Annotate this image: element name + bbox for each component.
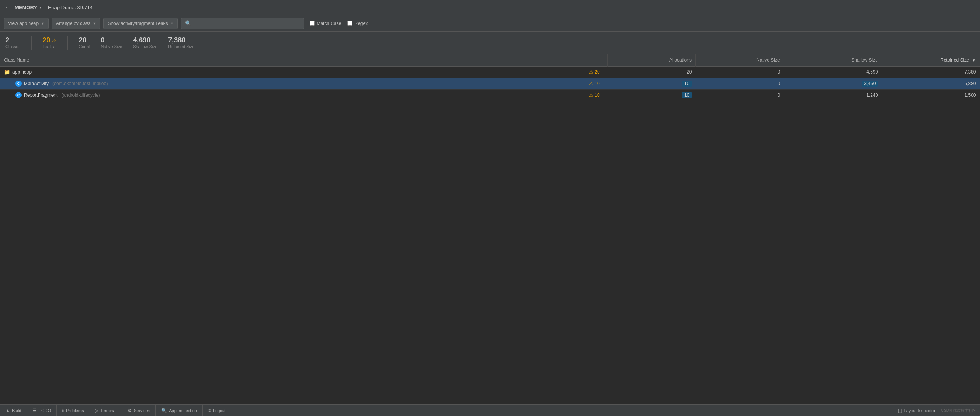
tab-services-label: Services: [134, 408, 150, 413]
table-cell-allocations: 10: [608, 89, 696, 101]
retained-size-label: Retained Size: [168, 44, 195, 49]
build-icon: ▲: [5, 408, 10, 413]
memory-dropdown-arrow[interactable]: ▼: [39, 5, 42, 10]
leaks-value: 20: [42, 36, 50, 45]
warn-badge: ⚠ 10: [589, 81, 600, 86]
regex-checkbox[interactable]: [347, 21, 352, 26]
col-header-shallowsize[interactable]: Shallow Size: [784, 54, 882, 66]
table-cell-retainedsize: 5,880: [882, 78, 980, 89]
stats-bar: 2 Classes 20 ⚠ Leaks 20 Count 0 Native S…: [0, 32, 980, 54]
tab-problems-label: Problems: [66, 408, 84, 413]
search-box[interactable]: 🔍: [181, 18, 304, 29]
app-inspection-icon: 🔍: [161, 408, 167, 413]
heap-dump-title: Heap Dump: 39.714: [48, 5, 93, 10]
class-name-text: app heap: [12, 69, 32, 75]
table-cell-name: CReportFragment(androidx.lifecycle)⚠ 10: [0, 89, 608, 101]
col-header-classname[interactable]: Class Name: [0, 54, 608, 66]
table-container: Class Name Allocations Native Size Shall…: [0, 54, 980, 404]
arrange-by-label: Arrange by class: [56, 21, 90, 26]
tab-app-inspection[interactable]: 🔍 App Inspection: [156, 405, 203, 416]
regex-label: Regex: [354, 21, 368, 26]
class-package: (androidx.lifecycle): [61, 92, 100, 98]
show-leaks-dropdown[interactable]: Show activity/fragment Leaks ▼: [103, 18, 178, 29]
retained-size-value: 7,380: [168, 36, 185, 45]
bottom-right: ◱ Layout Inspector CSDN 优质技术社区: [892, 408, 980, 413]
class-name-text: ReportFragment: [24, 92, 57, 98]
tab-logcat[interactable]: ≡ Logcat: [203, 405, 231, 416]
view-heap-dropdown[interactable]: View app heap ▼: [4, 18, 49, 29]
table-row[interactable]: CReportFragment(androidx.lifecycle)⚠ 101…: [0, 89, 980, 101]
tab-problems[interactable]: ℹ Problems: [57, 405, 89, 416]
class-icon: C: [15, 81, 22, 87]
logcat-icon: ≡: [208, 408, 211, 413]
heap-table: Class Name Allocations Native Size Shall…: [0, 54, 980, 101]
tab-layout-inspector[interactable]: ◱ Layout Inspector: [892, 408, 941, 413]
count-label: Count: [79, 44, 90, 49]
tab-build-label: Build: [12, 408, 21, 413]
class-icon: C: [15, 92, 22, 98]
stat-shallow-size: 4,690 Shallow Size: [133, 36, 157, 49]
stat-count: 20 Count: [79, 36, 90, 49]
tab-logcat-label: Logcat: [213, 408, 226, 413]
stat-divider-1: [31, 36, 32, 50]
warn-badge: ⚠ 20: [589, 69, 600, 75]
native-size-label: Native Size: [101, 44, 123, 49]
tab-todo[interactable]: ☰ TODO: [27, 405, 57, 416]
table-row[interactable]: 📁app heap⚠ 202004,6907,380: [0, 66, 980, 78]
tab-terminal[interactable]: ▷ Terminal: [89, 405, 122, 416]
classes-value: 2: [5, 36, 9, 45]
col-header-nativesize[interactable]: Native Size: [695, 54, 784, 66]
table-cell-nativesize: 0: [695, 78, 784, 89]
search-input[interactable]: [194, 21, 300, 26]
problems-icon: ℹ: [62, 408, 64, 413]
search-icon: 🔍: [185, 20, 191, 26]
bottom-bar: ▲ Build ☰ TODO ℹ Problems ▷ Terminal ⚙ S…: [0, 404, 980, 416]
sort-arrow-icon: ▼: [972, 58, 976, 62]
class-name-text: MainActivity: [24, 81, 49, 86]
table-cell-allocations: 20: [608, 66, 696, 78]
tab-layout-inspector-label: Layout Inspector: [904, 408, 935, 413]
class-package: (com.example.test_malloc): [52, 81, 108, 86]
view-heap-label: View app heap: [8, 21, 39, 26]
stat-native-size: 0 Native Size: [101, 36, 123, 49]
leaks-label: Leaks: [42, 44, 54, 49]
classes-label: Classes: [5, 44, 20, 49]
table-row[interactable]: CMainActivity(com.example.test_malloc)⚠ …: [0, 78, 980, 89]
stat-divider-2: [67, 36, 68, 50]
table-cell-shallowsize: 4,690: [784, 66, 882, 78]
tab-terminal-label: Terminal: [100, 408, 116, 413]
terminal-icon: ▷: [95, 408, 98, 413]
table-cell-shallowsize: 3,450: [784, 78, 882, 89]
regex-checkbox-item[interactable]: Regex: [347, 21, 368, 26]
title-bar: ← MEMORY ▼ Heap Dump: 39.714: [0, 0, 980, 15]
retained-size-header-label: Retained Size: [940, 57, 969, 63]
match-case-checkbox[interactable]: [310, 21, 315, 26]
folder-icon: 📁: [4, 69, 10, 75]
warn-badge: ⚠ 10: [589, 92, 600, 98]
col-header-allocations[interactable]: Allocations: [608, 54, 696, 66]
tab-build[interactable]: ▲ Build: [0, 405, 27, 416]
stat-retained-size: 7,380 Retained Size: [168, 36, 195, 49]
col-header-retainedsize[interactable]: Retained Size ▼: [882, 54, 980, 66]
arrange-by-arrow: ▼: [93, 22, 96, 25]
memory-label: MEMORY: [15, 5, 37, 10]
back-button[interactable]: ←: [5, 4, 11, 11]
table-cell-retainedsize: 1,500: [882, 89, 980, 101]
count-value: 20: [79, 36, 86, 45]
match-case-label: Match Case: [317, 21, 341, 26]
tab-app-inspection-label: App Inspection: [169, 408, 197, 413]
tab-services[interactable]: ⚙ Services: [122, 405, 156, 416]
table-cell-nativesize: 0: [695, 66, 784, 78]
table-cell-name: 📁app heap⚠ 20: [0, 66, 608, 78]
shallow-size-value: 4,690: [133, 36, 150, 45]
arrange-by-dropdown[interactable]: Arrange by class ▼: [52, 18, 100, 29]
show-leaks-label: Show activity/fragment Leaks: [108, 21, 168, 26]
services-icon: ⚙: [128, 408, 132, 413]
shallow-size-label: Shallow Size: [133, 44, 157, 49]
show-leaks-arrow: ▼: [170, 22, 173, 25]
native-size-value: 0: [101, 36, 105, 45]
todo-icon: ☰: [32, 408, 37, 413]
match-case-checkbox-item[interactable]: Match Case: [310, 21, 341, 26]
table-cell-name: CMainActivity(com.example.test_malloc)⚠ …: [0, 78, 608, 89]
table-header-row: Class Name Allocations Native Size Shall…: [0, 54, 980, 66]
